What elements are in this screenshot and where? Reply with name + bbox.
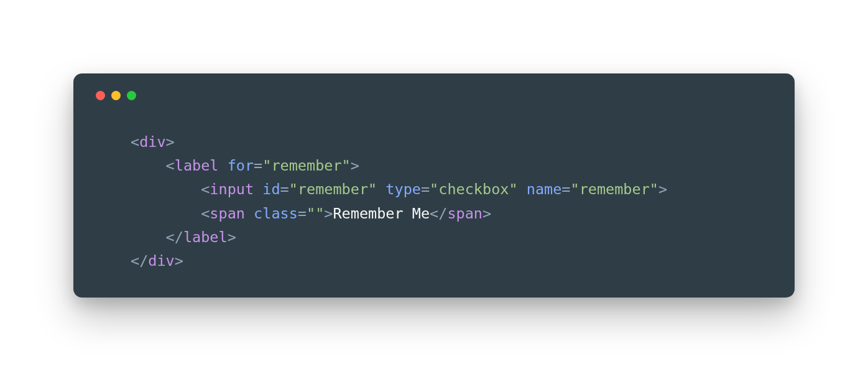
close-icon[interactable] [96, 91, 105, 100]
code-punct: < [166, 157, 175, 174]
code-punct: > [351, 157, 359, 174]
code-punct: </ [166, 228, 183, 246]
code-eq: = [421, 181, 430, 198]
code-tag: span [210, 205, 245, 222]
code-attr: for [228, 157, 254, 174]
code-space [254, 181, 262, 198]
code-string: "checkbox" [430, 181, 517, 198]
window-titlebar [96, 91, 772, 100]
code-punct: > [482, 205, 491, 222]
code-tag: div [148, 252, 174, 270]
code-attr: name [527, 181, 562, 198]
code-punct: </ [430, 205, 447, 222]
code-tag: label [183, 228, 228, 246]
code-punct: > [166, 133, 175, 151]
code-tag: div [139, 133, 165, 151]
code-block: <div> <label for="remember"> <input id="… [96, 130, 772, 272]
code-punct: > [658, 181, 667, 198]
code-punct: < [201, 181, 210, 198]
code-punct: > [175, 252, 183, 270]
code-indent [131, 157, 166, 174]
code-attr: id [262, 181, 280, 198]
code-tag: span [447, 205, 482, 222]
code-punct: > [324, 205, 333, 222]
code-tag: input [210, 181, 254, 198]
code-space [219, 157, 228, 174]
code-punct: </ [131, 252, 148, 270]
code-eq: = [254, 157, 262, 174]
code-indent [131, 228, 166, 246]
code-space [377, 181, 386, 198]
minimize-icon[interactable] [111, 91, 121, 100]
code-string: "remember" [570, 181, 658, 198]
code-punct: < [201, 205, 210, 222]
code-eq: = [561, 181, 570, 198]
code-punct: > [228, 228, 236, 246]
code-window: <div> <label for="remember"> <input id="… [73, 73, 795, 297]
code-string: "remember" [289, 181, 377, 198]
code-indent [131, 205, 201, 222]
code-eq: = [298, 205, 307, 222]
maximize-icon[interactable] [127, 91, 136, 100]
code-space [518, 181, 527, 198]
code-eq: = [280, 181, 289, 198]
code-space [245, 205, 254, 222]
code-string: "" [307, 205, 324, 222]
code-attr: type [386, 181, 421, 198]
code-string: "remember" [262, 157, 350, 174]
code-punct: < [131, 133, 139, 151]
code-attr: class [254, 205, 298, 222]
code-text: Remember Me [333, 205, 430, 222]
code-indent [131, 181, 201, 198]
code-tag: label [175, 157, 219, 174]
